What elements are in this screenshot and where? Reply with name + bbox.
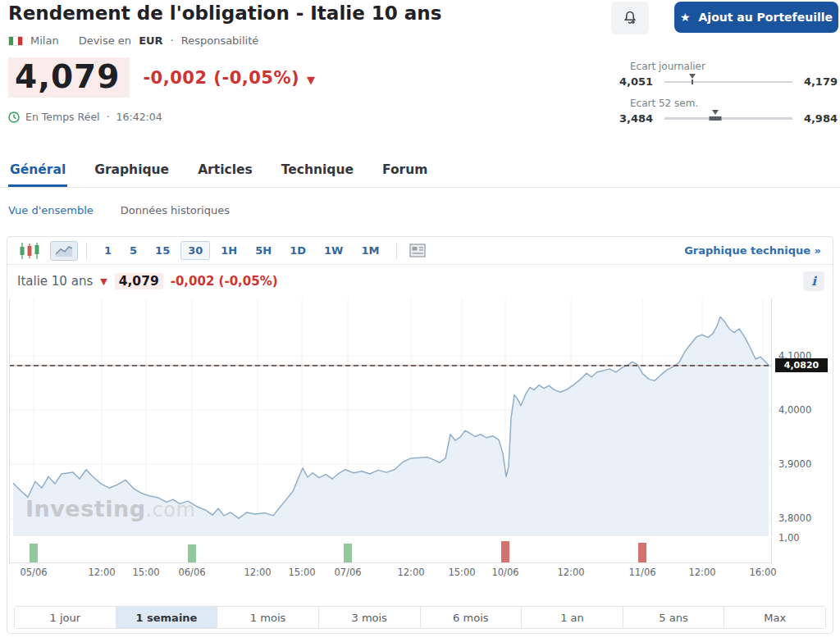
daily-low: 4,051 (619, 75, 655, 88)
tab-graphique[interactable]: Graphique (93, 161, 171, 187)
last-price: 4,079 (8, 57, 130, 98)
star-icon: ★ (680, 11, 691, 24)
period-1-an[interactable]: 1 an (522, 607, 623, 628)
realtime-label: En Temps Réel (25, 111, 100, 123)
page-title: Rendement de l'obligation - Italie 10 an… (8, 2, 441, 24)
chart-price-change: -0,002 (-0,05%) (171, 274, 278, 289)
realtime-status: En Temps Réel · 16:42:04 (8, 111, 162, 123)
timeframe-1d[interactable]: 1D (282, 241, 313, 260)
volume-axis-label: 1,00 (778, 532, 800, 544)
x-tick-label: 11/06 (628, 567, 655, 578)
add-to-portfolio-button[interactable]: ★ Ajout au Portefeuille (674, 2, 838, 33)
italy-flag-icon (8, 36, 23, 46)
time-axis: 05/0612:0015:0006/0612:0015:0007/0612:00… (9, 567, 772, 578)
disclaimer-link[interactable]: Responsabilité (181, 34, 259, 47)
volume-bars (9, 538, 772, 564)
timeframe-buttons: 1515301H5H1D1W1M (95, 241, 388, 260)
toolbar-separator (86, 243, 87, 259)
period-selector: 1 jour1 semaine1 mois3 mois6 mois1 an5 a… (14, 606, 826, 629)
add-to-portfolio-label: Ajout au Portefeuille (699, 11, 833, 24)
price-change: -0,002 (-0,05%)▼ (143, 68, 315, 88)
x-tick-label: 05/06 (20, 567, 47, 578)
y-tick-label: 3,8000 (778, 512, 811, 524)
tab-technique[interactable]: Technique (280, 161, 355, 187)
timeframe-1h[interactable]: 1H (213, 241, 244, 260)
week52-high: 4,984 (801, 112, 838, 125)
timeframe-5h[interactable]: 5H (248, 241, 279, 260)
tab-articles[interactable]: Articles (196, 161, 254, 187)
technical-chart-link[interactable]: Graphique technique » (684, 244, 824, 257)
x-tick-label: 12:00 (397, 567, 424, 578)
events-calendar-button[interactable] (405, 241, 430, 260)
x-tick-label: 15:00 (288, 567, 315, 578)
main-tabs: GénéralGraphiqueArticlesTechniqueForum (0, 161, 840, 188)
sub-navigation: Vue d'ensembleDonnées historiques (8, 204, 230, 216)
timeframe-30[interactable]: 30 (180, 241, 210, 260)
down-arrow-icon: ▼ (100, 276, 107, 287)
period-1-mois[interactable]: 1 mois (217, 607, 319, 628)
tab-g-n-ral[interactable]: Général (8, 161, 67, 187)
period-1-jour[interactable]: 1 jour (15, 607, 116, 628)
chart-info-button[interactable]: i (803, 271, 824, 291)
x-tick-label: 15:00 (448, 567, 475, 578)
instrument-meta: Milan Devise en EUR · Responsabilité (8, 34, 258, 47)
x-tick-label: 12:00 (244, 567, 271, 578)
period-3-mois[interactable]: 3 mois (319, 607, 421, 628)
timeframe-5[interactable]: 5 (122, 241, 144, 260)
clock-icon (8, 112, 20, 123)
x-tick-label: 12:00 (688, 567, 715, 578)
tab-forum[interactable]: Forum (381, 161, 429, 187)
daily-high: 4,179 (801, 75, 838, 88)
x-tick-label: 12:00 (557, 567, 584, 578)
daily-range-label: Ecart journalier (630, 61, 838, 72)
candlestick-chart-button[interactable] (16, 240, 43, 262)
week52-range-row: 3,484 4,984 (619, 112, 838, 125)
period-max[interactable]: Max (724, 607, 825, 628)
chart-legend: Italie 10 ans ▼ 4,079 -0,002 (-0,05%) (17, 273, 278, 289)
chart-instrument-name: Italie 10 ans (17, 274, 93, 289)
timeframe-1[interactable]: 1 (97, 241, 119, 260)
y-tick-label: 4,0000 (778, 404, 811, 416)
last-price-tag: 4,0820 (775, 358, 828, 372)
price-axis: 4,10004,00003,90003,80004,0820 (772, 298, 833, 536)
toolbar-separator-2 (396, 243, 397, 259)
chevron-right-icon: » (815, 244, 821, 257)
x-tick-label: 06/06 (178, 567, 205, 578)
down-arrow-icon: ▼ (307, 74, 316, 86)
period-5-ans[interactable]: 5 ans (623, 607, 725, 628)
area-chart-button[interactable] (50, 241, 78, 261)
chart-last-price: 4,079 (115, 273, 163, 289)
calendar-icon (409, 243, 427, 258)
timeframe-1m[interactable]: 1M (354, 241, 386, 260)
currency-label: Devise en (79, 34, 131, 47)
price-area-chart[interactable] (9, 298, 772, 536)
create-alert-button[interactable] (611, 2, 649, 34)
currency-value[interactable]: EUR (139, 34, 162, 47)
daily-range-row: 4,051 4,179 (619, 75, 838, 88)
sublink-donn-es-historiques[interactable]: Données historiques (121, 204, 230, 216)
chart-widget: 1515301H5H1D1W1M Graphique technique » I… (7, 236, 833, 634)
x-tick-label: 12:00 (88, 567, 115, 578)
bond-quote-page: Rendement de l'obligation - Italie 10 an… (0, 0, 840, 642)
timeframe-15[interactable]: 15 (148, 241, 177, 260)
sublink-vue-d-ensemble[interactable]: Vue d'ensemble (8, 204, 94, 216)
range-indicators: Ecart journalier 4,051 4,179 Ecart 52 se… (619, 61, 838, 125)
period-1-semaine[interactable]: 1 semaine (116, 607, 218, 628)
timeframe-1w[interactable]: 1W (317, 241, 350, 260)
quote-time: 16:42:04 (116, 111, 162, 123)
quote-block: 4,079 -0,002 (-0,05%)▼ (8, 57, 316, 98)
exchange-label: Milan (30, 34, 59, 47)
x-tick-label: 15:00 (132, 567, 159, 578)
bell-plus-icon (622, 10, 638, 26)
meta-separator: · (171, 34, 174, 47)
x-tick-label: 07/06 (334, 567, 361, 578)
x-tick-label: 16:00 (749, 567, 776, 578)
candlestick-icon (19, 242, 40, 260)
chart-toolbar: 1515301H5H1D1W1M Graphique technique » (7, 237, 833, 265)
y-tick-label: 3,9000 (778, 458, 811, 470)
week52-range-label: Ecart 52 sem. (630, 98, 838, 109)
daily-range-track (664, 81, 792, 83)
week52-low: 3,484 (619, 112, 655, 125)
period-6-mois[interactable]: 6 mois (421, 607, 523, 628)
week52-range-track (664, 117, 792, 120)
